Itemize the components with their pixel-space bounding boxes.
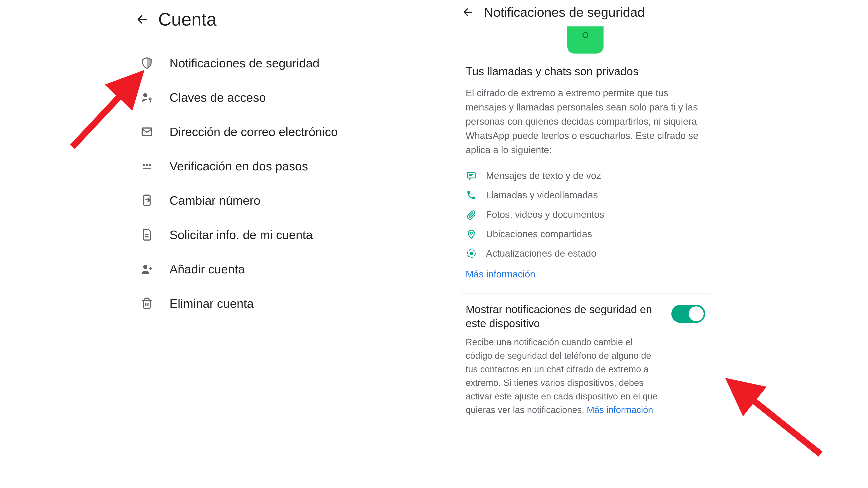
- feature-label: Actualizaciones de estado: [486, 248, 596, 259]
- encryption-feature-list: Mensajes de texto y de voz Llamadas y vi…: [466, 166, 705, 263]
- menu-item-passkeys[interactable]: Claves de acceso: [135, 80, 407, 115]
- feature-item-status: Actualizaciones de estado: [466, 244, 705, 263]
- more-info-link[interactable]: Más información: [466, 269, 535, 280]
- menu-item-security-notifications[interactable]: Notificaciones de seguridad: [135, 46, 407, 80]
- document-icon: [140, 228, 154, 241]
- svg-point-1: [143, 93, 148, 97]
- phone-illustration: [567, 26, 603, 54]
- svg-line-27: [730, 382, 820, 454]
- status-circle-icon: [466, 248, 477, 259]
- menu-item-two-step[interactable]: Verificación en dos pasos: [135, 149, 407, 183]
- menu-label: Eliminar cuenta: [169, 296, 254, 311]
- location-pin-icon: [466, 228, 477, 240]
- menu-item-change-number[interactable]: Cambiar número: [135, 183, 407, 218]
- svg-point-12: [143, 265, 148, 269]
- annotation-arrow-right: [717, 373, 830, 463]
- account-title: Cuenta: [158, 9, 217, 30]
- security-notifications-panel: Notificaciones de seguridad Tus llamadas…: [434, 0, 868, 488]
- menu-label: Cambiar número: [169, 193, 260, 207]
- toggle-row-security-notifications: Mostrar notificaciones de seguridad en e…: [461, 302, 710, 417]
- svg-line-18: [72, 74, 140, 147]
- account-header: Cuenta: [135, 9, 407, 37]
- menu-label: Notificaciones de seguridad: [169, 56, 319, 70]
- security-header: Notificaciones de seguridad: [461, 0, 710, 26]
- feature-item-media: Fotos, videos y documentos: [466, 205, 705, 224]
- menu-item-request-info[interactable]: Solicitar info. de mi cuenta: [135, 218, 407, 252]
- svg-point-25: [470, 252, 473, 255]
- mail-icon: [140, 125, 154, 138]
- security-title: Notificaciones de seguridad: [484, 4, 645, 20]
- phone-swap-icon: [140, 194, 154, 207]
- svg-point-5: [146, 164, 148, 166]
- toggle-more-info-link[interactable]: Más información: [587, 405, 653, 415]
- person-add-icon: [140, 262, 154, 276]
- svg-point-2: [149, 98, 151, 100]
- feature-item-messages: Mensajes de texto y de voz: [466, 166, 705, 186]
- attachment-icon: [466, 209, 477, 220]
- toggle-switch[interactable]: [671, 305, 705, 323]
- feature-label: Ubicaciones compartidas: [486, 229, 592, 239]
- phone-icon: [466, 190, 477, 201]
- chat-icon: [466, 170, 477, 182]
- trash-icon: [140, 297, 154, 310]
- feature-label: Llamadas y videollamadas: [486, 190, 598, 201]
- privacy-heading: Tus llamadas y chats son privados: [466, 65, 705, 78]
- menu-label: Añadir cuenta: [169, 262, 245, 276]
- feature-item-location: Ubicaciones compartidas: [466, 224, 705, 244]
- menu-label: Dirección de correo electrónico: [169, 125, 338, 139]
- back-arrow-icon[interactable]: [461, 5, 475, 19]
- back-arrow-icon[interactable]: [135, 13, 149, 26]
- toggle-title: Mostrar notificaciones de seguridad en e…: [466, 302, 658, 331]
- menu-item-email[interactable]: Dirección de correo electrónico: [135, 115, 407, 149]
- toggle-description: Recibe una notificación cuando cambie el…: [466, 335, 658, 417]
- svg-point-4: [143, 164, 145, 166]
- privacy-body: El cifrado de extremo a extremo permite …: [466, 86, 705, 157]
- menu-label: Verificación en dos pasos: [169, 159, 308, 173]
- menu-item-delete-account[interactable]: Eliminar cuenta: [135, 286, 407, 321]
- svg-rect-20: [467, 172, 475, 178]
- person-key-icon: [140, 91, 154, 104]
- svg-point-23: [470, 232, 472, 234]
- shield-icon: [140, 56, 154, 70]
- feature-label: Mensajes de texto y de voz: [486, 170, 601, 181]
- feature-label: Fotos, videos y documentos: [486, 209, 604, 220]
- account-settings-panel: Cuenta Notificaciones de seguridad Clave…: [0, 0, 434, 488]
- menu-label: Claves de acceso: [169, 90, 266, 104]
- svg-point-6: [149, 164, 151, 166]
- dots-password-icon: [140, 159, 154, 173]
- menu-item-add-account[interactable]: Añadir cuenta: [135, 252, 407, 286]
- feature-item-calls: Llamadas y videollamadas: [466, 186, 705, 205]
- menu-label: Solicitar info. de mi cuenta: [169, 228, 313, 242]
